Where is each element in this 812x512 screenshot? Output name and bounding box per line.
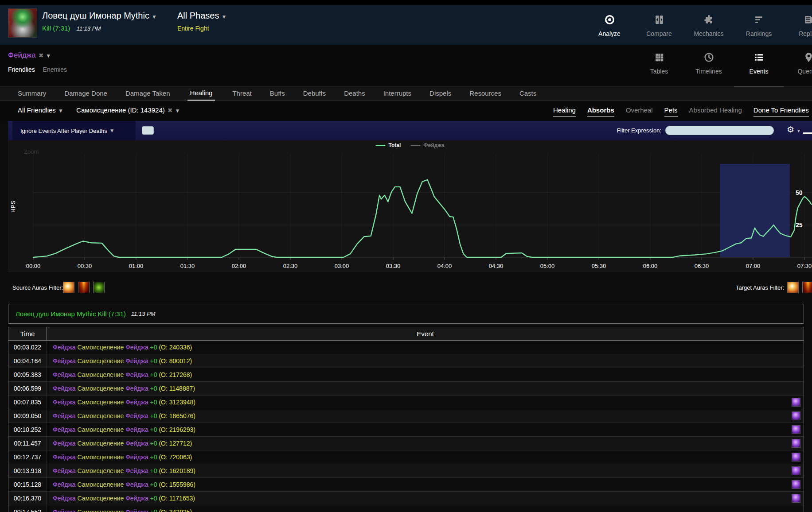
event-spell-link[interactable]: Самоисцеление: [77, 357, 124, 365]
filter-expression-input[interactable]: [665, 126, 774, 135]
event-actor-link[interactable]: Фейджа: [53, 371, 76, 378]
event-target-link[interactable]: Фейджа: [125, 412, 148, 419]
tab-debuffs[interactable]: Debuffs: [302, 87, 327, 100]
event-actor-link[interactable]: Фейджа: [53, 495, 76, 502]
event-target-link[interactable]: Фейджа: [125, 508, 148, 512]
event-actor-link[interactable]: Фейджа: [53, 454, 76, 461]
event-spell-link[interactable]: Самоисцеление: [77, 440, 124, 447]
nav-item-timelines[interactable]: Timelines: [684, 49, 734, 82]
event-overheal: (O: 1555986): [159, 481, 195, 488]
event-actor-link[interactable]: Фейджа: [53, 412, 76, 419]
tab-damage-done[interactable]: Damage Done: [63, 87, 108, 100]
event-row: 00:09.050Фейджа Самоисцеление Фейджа +0 …: [8, 409, 804, 423]
event-target-link[interactable]: Фейджа: [125, 467, 148, 474]
nav-item-compare[interactable]: Compare: [634, 12, 684, 45]
event-actor-link[interactable]: Фейджа: [53, 481, 76, 488]
selected-actor-label[interactable]: Фейджа: [8, 51, 36, 59]
toggle-healing[interactable]: Healing: [553, 106, 576, 117]
tab-buffs[interactable]: Buffs: [269, 87, 286, 100]
event-actor-link[interactable]: Фейджа: [53, 357, 76, 365]
event-actor-link[interactable]: Фейджа: [53, 440, 76, 447]
event-target-link[interactable]: Фейджа: [125, 481, 148, 488]
event-spell-link[interactable]: Самоисцеление: [77, 495, 124, 502]
legend-item-total[interactable]: Total: [375, 142, 401, 148]
enemies-tab[interactable]: Enemies: [43, 66, 67, 73]
tab-resources[interactable]: Resources: [468, 87, 502, 100]
event-actor-link[interactable]: Фейджа: [53, 467, 76, 474]
tab-deaths[interactable]: Deaths: [343, 87, 366, 100]
fire-swirl-aura-icon[interactable]: [787, 282, 799, 293]
fel-rune-aura-icon[interactable]: [93, 282, 105, 293]
event-actor-link[interactable]: Фейджа: [53, 426, 76, 433]
events-fight-time: 11:13 PM: [131, 310, 156, 317]
nav-item-mechanics[interactable]: Mechanics: [684, 12, 734, 45]
boss-portrait-icon[interactable]: [8, 8, 37, 38]
event-spell-link[interactable]: Самоисцеление: [77, 481, 124, 488]
flame-aura-icon[interactable]: [78, 282, 90, 293]
event-target-link[interactable]: Фейджа: [125, 357, 148, 365]
event-spell-link[interactable]: Самоисцеление: [77, 399, 124, 406]
event-target-link[interactable]: Фейджа: [125, 344, 148, 351]
event-spell-link[interactable]: Самоисцеление: [77, 344, 124, 351]
toggle-overheal[interactable]: Overheal: [626, 106, 653, 117]
tab-casts[interactable]: Casts: [519, 87, 537, 100]
tab-interrupts[interactable]: Interrupts: [383, 87, 412, 100]
ignore-deaths-checkbox[interactable]: [142, 126, 154, 135]
chart-body[interactable]: Zoom HPS 00:0000:3001:0001:3002:0002:300…: [8, 140, 812, 272]
gear-icon[interactable]: ⚙▼: [787, 124, 801, 135]
tab-dispels[interactable]: Dispels: [429, 87, 452, 100]
nav-item-tables[interactable]: Tables: [634, 49, 684, 82]
tab-healing[interactable]: Healing: [187, 86, 215, 101]
minimize-icon[interactable]: [803, 132, 812, 134]
close-icon[interactable]: ✖: [39, 52, 44, 59]
events-fight-title[interactable]: Ловец душ Имонар Mythic Kill (7:31): [16, 310, 126, 318]
chevron-down-icon[interactable]: ▼: [46, 53, 51, 59]
tab-summary[interactable]: Summary: [17, 87, 47, 100]
nav-item-events[interactable]: Events: [734, 49, 784, 82]
toggle-done-to-friendlies[interactable]: Done To Friendlies: [753, 106, 809, 117]
event-target-link[interactable]: Фейджа: [125, 495, 148, 502]
event-description: Фейджа Самоисцеление Фейджа +0 (O: 21726…: [47, 368, 804, 381]
event-target-link[interactable]: Фейджа: [125, 454, 148, 461]
toggle-absorbs[interactable]: Absorbs: [587, 106, 614, 117]
nav-item-queries[interactable]: Queries: [784, 49, 812, 82]
event-actor-link[interactable]: Фейджа: [53, 344, 76, 351]
nav-item-rankings[interactable]: Rankings: [734, 12, 784, 45]
event-spell-link[interactable]: Самоисцеление: [77, 426, 124, 433]
tab-threat[interactable]: Threat: [231, 87, 252, 100]
tab-damage-taken[interactable]: Damage Taken: [125, 87, 171, 100]
toggle-absorbed-healing[interactable]: Absorbed Healing: [689, 106, 742, 117]
toggle-pets[interactable]: Pets: [664, 106, 678, 117]
event-actor-link[interactable]: Фейджа: [53, 385, 76, 392]
flame-aura-icon[interactable]: [802, 282, 812, 293]
event-actor-link[interactable]: Фейджа: [53, 399, 76, 406]
close-icon[interactable]: ✖: [168, 107, 173, 114]
hps-line-chart[interactable]: 00:0000:3001:0001:3002:0002:3003:0003:30…: [8, 140, 812, 272]
event-target-link[interactable]: Фейджа: [125, 371, 148, 378]
event-target-link[interactable]: Фейджа: [125, 385, 148, 392]
svg-text:02:30: 02:30: [283, 263, 298, 269]
fire-swirl-aura-icon[interactable]: [63, 282, 74, 293]
friendlies-tab[interactable]: Friendlies: [8, 66, 35, 73]
event-spell-link[interactable]: Самоисцеление: [77, 412, 124, 419]
nav-item-replay[interactable]: Replay: [784, 12, 812, 45]
event-actor-link[interactable]: Фейджа: [53, 508, 76, 512]
event-target-link[interactable]: Фейджа: [125, 399, 148, 406]
event-spell-link[interactable]: Самоисцеление: [77, 508, 124, 512]
fight-title-block[interactable]: Ловец душ Имонар Mythic▼ Kill (7:31) 11:…: [42, 11, 157, 32]
nav-item-analyze[interactable]: Analyze: [585, 12, 634, 45]
chart-zoom-selection[interactable]: [720, 164, 790, 257]
spell-select[interactable]: Самоисцеление (ID: 143924)✖▼: [76, 106, 180, 114]
ignore-deaths-dropdown[interactable]: Ignore Events After Player Deaths▼: [12, 121, 136, 140]
event-spell-link[interactable]: Самоисцеление: [77, 454, 124, 461]
event-spell-link[interactable]: Самоисцеление: [77, 371, 124, 378]
phase-select-block[interactable]: All Phases▼ Entire Fight: [177, 11, 226, 32]
legend-item-actor[interactable]: Фейджа: [410, 142, 444, 148]
boss-title[interactable]: Ловец душ Имонар Mythic: [42, 11, 149, 20]
phase-select[interactable]: All Phases: [177, 11, 219, 20]
event-spell-link[interactable]: Самоисцеление: [77, 385, 124, 392]
source-select[interactable]: All Friendlies▼: [18, 106, 63, 114]
event-spell-link[interactable]: Самоисцеление: [77, 467, 124, 474]
event-target-link[interactable]: Фейджа: [125, 426, 148, 433]
event-target-link[interactable]: Фейджа: [125, 440, 148, 447]
